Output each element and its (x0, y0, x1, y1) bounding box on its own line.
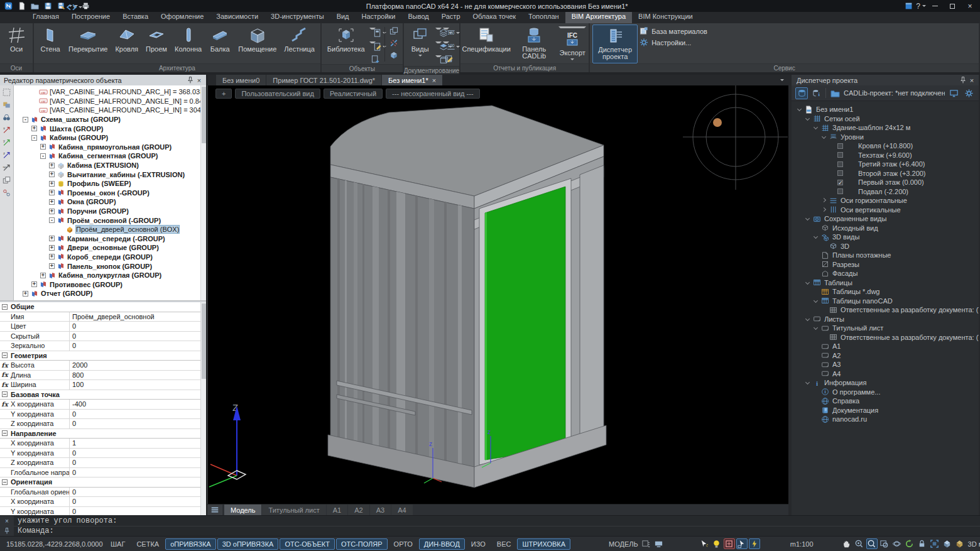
layout-tab[interactable]: Модель (224, 505, 261, 515)
ribbon-tab[interactable]: BIM Конструкции (632, 12, 699, 23)
toolstrip-button[interactable] (1, 100, 12, 110)
chevron-icon[interactable] (829, 179, 836, 185)
chevron-icon[interactable] (829, 170, 836, 177)
status-toggle-button[interactable]: оПРИВЯЗКА (165, 538, 216, 550)
viewport-control-button[interactable]: + (215, 89, 232, 99)
pin-icon[interactable] (186, 76, 195, 84)
property-row[interactable]: fx Высота 2000 (0, 361, 206, 371)
status-icon-button[interactable] (711, 538, 722, 549)
project-manager-button[interactable]: Диспетчер проекта (592, 25, 638, 63)
project-tree-item[interactable]: Кровля (+10.800) (792, 141, 979, 151)
documentation-small-button[interactable] (435, 41, 442, 52)
expander-icon[interactable]: + (49, 209, 55, 214)
expander-icon[interactable]: + (31, 281, 37, 287)
tree-item[interactable]: + Проемы_окон (-GROUP) (14, 188, 206, 198)
view-navigation-compass[interactable] (683, 85, 788, 190)
ribbon-tab[interactable]: Вывод (401, 12, 435, 23)
chevron-icon[interactable] (813, 389, 820, 395)
project-tree-item[interactable]: Таблицы *.dwg (792, 287, 979, 297)
documentation-small-button[interactable] (435, 28, 442, 38)
property-row[interactable]: fx Ширина 100 (0, 380, 206, 390)
expander-icon[interactable]: + (49, 236, 55, 241)
property-row[interactable]: fx Y координата 0 (0, 410, 206, 420)
close-icon[interactable]: × (967, 76, 976, 84)
objects-small-button[interactable] (388, 26, 400, 36)
service-item-button[interactable]: Настройки... (639, 38, 707, 47)
toolstrip-button[interactable]: x (1, 125, 12, 135)
documentation-small-button[interactable] (443, 53, 455, 64)
property-row[interactable]: fx Y координата 0 (0, 507, 206, 516)
minimize-button[interactable] (926, 1, 944, 11)
ribbon-tab[interactable]: Главная (26, 12, 65, 23)
tree-item[interactable]: + Двери_основные (GROUP) (14, 243, 206, 253)
project-tree-item[interactable]: Разрезы (792, 260, 979, 270)
chevron-icon[interactable] (797, 106, 803, 112)
status-icon-button[interactable] (699, 538, 710, 549)
tree-item[interactable]: + Противовес (GROUP) (14, 280, 206, 289)
chevron-icon[interactable] (821, 134, 828, 140)
level-checkbox[interactable] (837, 152, 843, 158)
project-tree-item[interactable]: Планы поэтажные (792, 251, 979, 260)
help-button[interactable]: ? (914, 2, 922, 11)
status-icon-button[interactable] (653, 538, 665, 549)
expander-icon[interactable]: - (31, 135, 37, 141)
tree-item[interactable]: - Кабины (GROUP) (14, 133, 206, 143)
project-tree-item[interactable]: A2 (792, 351, 979, 361)
status-icon-button[interactable] (917, 538, 928, 549)
chevron-icon[interactable] (805, 280, 812, 286)
property-row[interactable]: fx Скрытый 0 (0, 332, 206, 342)
status-icon-button[interactable] (736, 538, 748, 549)
gear-icon[interactable] (962, 87, 975, 99)
ribbon-tab[interactable]: Построение (65, 12, 116, 23)
reports-tool-button[interactable]: IFC Экспорт (558, 26, 586, 33)
chevron-icon[interactable] (805, 316, 812, 322)
objects-small-button[interactable] (369, 41, 376, 52)
property-row[interactable]: fx Z координата 0 (0, 419, 206, 429)
expander-icon[interactable]: + (49, 181, 55, 187)
project-tree-item[interactable]: Оси вертикальные (792, 205, 979, 215)
document-tab[interactable]: Пример ГОСТ 21.501-2011.dwg* × (266, 75, 381, 85)
project-tree-item[interactable]: A3 (792, 360, 979, 369)
document-tab[interactable]: Без имени0 × (216, 75, 266, 85)
architecture-tool-button[interactable]: Кровля (112, 25, 141, 63)
layout-tab[interactable]: A1 (327, 505, 347, 515)
status-icon-button[interactable] (854, 538, 865, 549)
expander-icon[interactable]: + (40, 273, 46, 278)
pin-icon[interactable] (959, 76, 967, 84)
views-button[interactable]: Виды (406, 25, 434, 66)
expander-icon[interactable]: + (49, 199, 55, 205)
viewport-control-button[interactable]: Реалистичный (324, 89, 383, 99)
ribbon-tab[interactable]: Вставка (116, 12, 155, 23)
quick-access-button[interactable] (80, 1, 91, 11)
viewport-canvas[interactable]: +Пользовательский видРеалистичный--- нес… (207, 85, 788, 504)
expander-icon[interactable]: + (49, 190, 55, 195)
chevron-icon[interactable] (813, 270, 820, 276)
ribbon-tab[interactable]: Облака точек (467, 12, 523, 23)
chevron-icon[interactable] (813, 252, 820, 258)
ribbon-tab[interactable]: Вид (330, 12, 356, 23)
architecture-tool-button[interactable]: Лестница (281, 25, 318, 63)
model-space-label[interactable]: МОДЕЛЬ (607, 540, 640, 548)
status-icon-button[interactable] (929, 538, 940, 549)
tree-item[interactable]: var [VAR_CABINE_HALFROUND_ARC_H_IN] = 30… (14, 106, 206, 115)
publish-icon[interactable] (947, 87, 960, 99)
ribbon-tab[interactable]: Топоплан (522, 12, 565, 23)
tree-item[interactable]: + Кабина (EXTRUSION) (14, 161, 206, 170)
quick-access-button[interactable] (74, 5, 78, 9)
architecture-tool-button[interactable]: Колонна (172, 25, 205, 63)
level-checkbox[interactable] (837, 143, 843, 149)
status-toggle-button[interactable]: ИЗО (466, 538, 491, 550)
project-tree-item[interactable]: Ответственные за разработку документа: (… (792, 333, 979, 342)
app-package-icon[interactable] (903, 1, 914, 11)
layout-list-icon[interactable] (207, 505, 222, 515)
project-tree-item[interactable]: nanocad.ru (792, 415, 979, 424)
objects-small-button[interactable] (369, 28, 376, 38)
project-tree-item[interactable]: Оси горизонтальные (792, 196, 979, 205)
property-row[interactable]: fx Z координата 0 (0, 458, 206, 468)
project-tree-item[interactable]: Исходный вид (792, 224, 979, 233)
project-tree-item[interactable]: Третий этаж (+6.400) (792, 160, 979, 169)
property-row[interactable]: fx Общие (0, 302, 206, 312)
tree-item[interactable]: var [VAR_CABINE_HALFROUND_ANGLE_IN] = 0.… (14, 97, 206, 106)
project-tree-item[interactable]: A4 (792, 369, 979, 379)
project-tree-item[interactable]: A1 (792, 342, 979, 351)
